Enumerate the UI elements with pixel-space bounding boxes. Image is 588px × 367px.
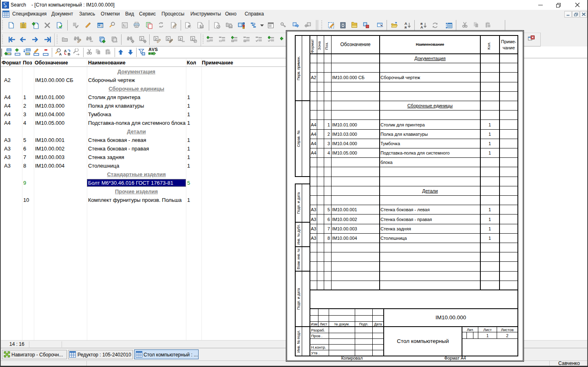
svg-text:Стенка задняя: Стенка задняя [380,226,411,231]
svg-text:1: 1 [489,141,491,146]
svg-text:А4: А4 [311,141,316,146]
svg-text:Справ. №: Справ. № [296,130,301,147]
svg-text:Взам. инв. №: Взам. инв. № [297,248,301,269]
svg-text:1: 1 [489,217,491,222]
svg-text:Детали: Детали [422,188,438,193]
svg-text:1: 1 [486,334,489,338]
svg-text:IM10.00.002: IM10.00.002 [332,217,357,222]
svg-text:Поз.: Поз. [324,42,329,50]
svg-text:Инв. № дубл.: Инв. № дубл. [297,224,301,245]
svg-text:4: 4 [327,150,330,155]
svg-text:Разраб.: Разраб. [311,328,325,332]
svg-text:Изм: Изм [311,322,318,326]
svg-text:А3: А3 [311,217,316,222]
svg-text:1: 1 [489,150,491,155]
svg-text:Подп. и дата: Подп. и дата [296,192,301,214]
svg-text:IM10.00.000 СБ: IM10.00.000 СБ [332,75,365,80]
svg-text:В: В [68,52,71,56]
svg-text:IM10.00.001: IM10.00.001 [332,207,357,212]
svg-text:А: А [420,25,423,29]
svg-text:Лист: Лист [320,322,327,326]
svg-text:Формат А4: Формат А4 [444,356,466,360]
svg-text:я: я [405,25,407,29]
svg-text:Лит.: Лит. [467,327,474,332]
svg-text:IM10.00.000: IM10.00.000 [435,314,466,321]
svg-text:№ докум.: № докум. [334,322,349,326]
svg-text:блока: блока [380,160,393,165]
svg-text:А4: А4 [311,150,316,155]
svg-text:А4: А4 [311,122,316,127]
svg-text:IM10.01.000: IM10.01.000 [332,122,357,127]
svg-text:2: 2 [506,334,508,338]
svg-text:6: 6 [327,217,330,222]
svg-text:Кол.: Кол. [486,42,491,50]
svg-text:Н.контр.: Н.контр. [311,345,326,349]
svg-text:А3: А3 [311,236,316,241]
svg-text:Формат: Формат [310,39,314,53]
svg-text:Подставка-полка для системного: Подставка-полка для системного [380,150,450,155]
svg-text:5: 5 [327,207,330,212]
svg-text:Наименование: Наименование [416,42,444,46]
svg-text:1: 1 [327,122,330,127]
svg-text:7: 7 [327,226,330,231]
svg-text:Стенка боковая - левая: Стенка боковая - левая [380,207,430,212]
svg-text:Обозначение: Обозначение [340,42,371,47]
svg-text:8: 8 [327,236,330,241]
svg-text:1: 1 [489,236,491,241]
svg-text:IM10.03.000: IM10.03.000 [332,132,357,137]
svg-text:Листов: Листов [501,327,514,332]
svg-text:Лист: Лист [483,327,492,332]
svg-text:Сборочный чертеж: Сборочный чертеж [380,75,420,80]
svg-text:2: 2 [327,132,330,137]
svg-text:3: 3 [327,141,330,146]
svg-text:Дата: Дата [374,322,382,326]
svg-text:IM10.00.003: IM10.00.003 [332,226,357,231]
svg-text:Столешница: Столешница [380,236,407,241]
svg-text:А: А [59,52,62,56]
svg-text:чание: чание [502,45,515,50]
svg-text:А4: А4 [311,132,316,137]
svg-text:Инв. № подл.: Инв. № подл. [296,330,301,353]
svg-text:Пров .: Пров . [311,334,323,338]
svg-text:Подп. и дата: Подп. и дата [296,288,301,310]
svg-text:IM10.05.000: IM10.05.000 [332,150,357,155]
svg-text:Зона: Зона [317,41,321,50]
svg-text:IM10.04.000: IM10.04.000 [332,141,357,146]
svg-text:Полка для клавиатуры: Полка для клавиатуры [380,132,428,137]
svg-text:Утв .: Утв . [311,351,320,355]
svg-text:А3: А3 [311,207,316,212]
svg-text:Приме-: Приме- [501,39,517,44]
svg-text:1: 1 [489,122,491,127]
svg-text:A2: A2 [311,75,316,80]
svg-text:Тумбочка: Тумбочка [380,141,400,146]
svg-text:Подп.: Подп. [359,322,369,326]
svg-text:Сборочные единицы: Сборочные единицы [407,103,453,108]
svg-text:Документация: Документация [414,56,446,61]
svg-text:1: 1 [489,226,491,231]
svg-text:1: 1 [489,132,491,137]
svg-text:Стол компьютерный: Стол компьютерный [397,338,449,344]
svg-text:Столик для принтера: Столик для принтера [380,122,425,127]
svg-text:А: А [64,49,67,53]
svg-text:IM10.00.004: IM10.00.004 [332,236,357,241]
svg-text:Стенка боковая - правая: Стенка боковая - правая [380,217,432,222]
svg-text:1: 1 [489,207,491,212]
svg-text:Перв. примен.: Перв. примен. [296,56,301,80]
svg-text:А3: А3 [311,226,316,231]
svg-text:Копировал: Копировал [341,356,363,360]
